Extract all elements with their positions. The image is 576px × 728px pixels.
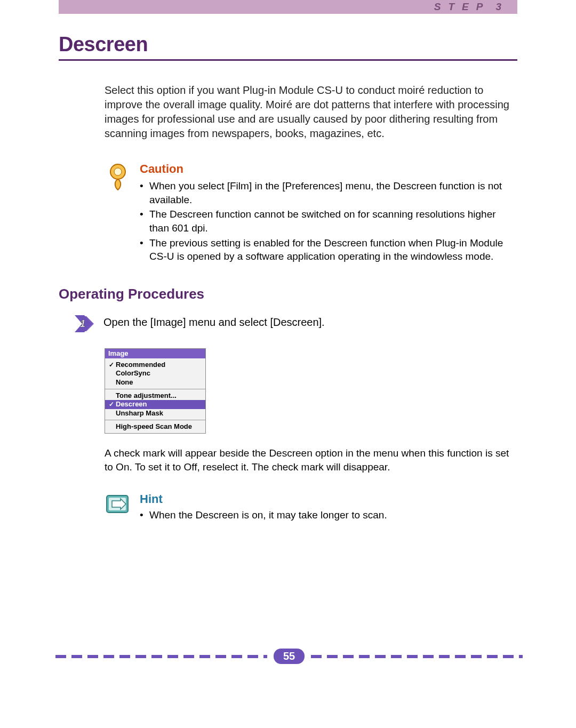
menu-item: None (105, 378, 205, 387)
menu-item-label: Tone adjustment... (116, 392, 177, 399)
header-bar: STEP3 (59, 0, 517, 14)
caution-heading: Caution (140, 162, 517, 176)
step-number-text: 1 (80, 318, 85, 329)
hint-heading: Hint (140, 492, 517, 506)
footer-dashes-right (311, 655, 523, 658)
check-icon: ✓ (107, 401, 116, 408)
caution-item: When you select [Film] in the [Preferenc… (140, 179, 517, 206)
hint-item: When the Descreen is on, it may take lon… (140, 508, 517, 522)
svg-point-1 (114, 168, 122, 175)
menu-item-label: ColorSync (116, 370, 150, 377)
menu-item: ✓Descreen (105, 400, 205, 409)
menu-item-label: None (116, 379, 133, 386)
step-row: 1 Open the [Image] menu and select [Desc… (74, 314, 517, 335)
caution-callout: Caution When you select [Film] in the [P… (105, 162, 517, 265)
hint-list: When the Descreen is on, it may take lon… (140, 508, 517, 522)
section-heading: Operating Procedures (59, 286, 517, 302)
menu-item-label: Recommended (116, 361, 165, 369)
caution-item: The previous setting is enabled for the … (140, 236, 517, 263)
menu-item: High-speed Scan Mode (105, 422, 205, 431)
caution-item: The Descreen function cannot be switched… (140, 207, 517, 235)
step-number: 3 (495, 1, 501, 12)
menu-item-label: Descreen (116, 401, 147, 408)
intro-paragraph: Select this option if you want Plug-in M… (105, 83, 512, 141)
menu-item: Unsharp Mask (105, 409, 205, 418)
menu-item: ✓Recommended (105, 361, 205, 369)
menu-item: ColorSync (105, 369, 205, 378)
step-label: STEP3 (434, 0, 501, 14)
caution-list: When you select [Film] in the [Preferenc… (140, 179, 517, 263)
menu-item-label: High-speed Scan Mode (116, 423, 192, 430)
title-underline (59, 59, 517, 61)
image-menu-figure: Image ✓RecommendedColorSyncNoneTone adju… (105, 348, 206, 434)
step-word: STEP (434, 1, 491, 12)
step-text: Open the [Image] menu and select [Descre… (103, 314, 325, 329)
page-footer: 55 (55, 649, 523, 664)
footer-dashes-left (55, 655, 267, 658)
hint-callout: Hint When the Descreen is on, it may tak… (105, 492, 517, 523)
step-number-icon: 1 (74, 314, 96, 335)
check-icon: ✓ (107, 362, 116, 369)
menu-item: Tone adjustment... (105, 391, 205, 400)
caution-icon (105, 162, 131, 265)
page-title: Descreen (59, 33, 517, 56)
page-number: 55 (274, 649, 305, 664)
menu-item-label: Unsharp Mask (116, 410, 163, 417)
hint-icon (105, 492, 131, 523)
menu-title: Image (105, 349, 205, 358)
follow-paragraph: A check mark will appear beside the Desc… (105, 446, 512, 474)
